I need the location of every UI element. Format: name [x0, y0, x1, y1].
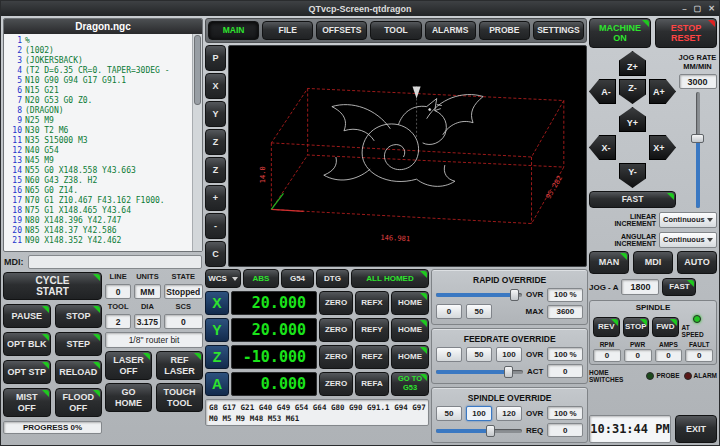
- step-button[interactable]: STEP: [55, 332, 103, 356]
- go-home-button[interactable]: GO HOME: [105, 383, 152, 412]
- mode-button[interactable]: MDI: [633, 251, 673, 274]
- jog-y-minus-button[interactable]: Y-: [619, 163, 646, 188]
- dtg-button[interactable]: DTG: [316, 269, 349, 288]
- jog-fast-button[interactable]: FAST: [589, 191, 676, 208]
- gcode-editor[interactable]: 1% 2(1002) 3(JOKERSBACK) 4(T2 D=6.35 CR=…: [4, 34, 192, 251]
- axis-home-button[interactable]: GO TO G53: [391, 372, 429, 396]
- axis-zero-button[interactable]: ZERO: [319, 291, 353, 315]
- gcode-preview-canvas[interactable]: 146.981 95.282 14.0: [228, 45, 587, 267]
- axis-select-button[interactable]: Y: [205, 318, 229, 342]
- gcode-line[interactable]: 11N35 S15000 M3: [5, 136, 191, 146]
- cycle-start-button[interactable]: CYCLE START: [3, 272, 102, 300]
- jog-z-minus-button[interactable]: Z-: [619, 79, 646, 104]
- axis-zero-button[interactable]: ZERO: [319, 372, 353, 396]
- optional-stop-button[interactable]: OPT STP: [3, 360, 51, 384]
- abs-button[interactable]: ABS: [243, 269, 279, 288]
- jog-rate-value[interactable]: 3000: [679, 74, 717, 89]
- jog-rate-slider[interactable]: [691, 92, 704, 208]
- tab-button[interactable]: OFFSETS: [316, 21, 367, 40]
- view-button[interactable]: P: [205, 45, 226, 71]
- mode-button[interactable]: AUTO: [677, 251, 717, 274]
- reload-button[interactable]: RELOAD: [55, 360, 103, 384]
- axis-ref-button[interactable]: REFX: [355, 291, 389, 315]
- view-button[interactable]: Y: [205, 101, 226, 127]
- axis-select-button[interactable]: X: [205, 291, 229, 315]
- mdi-input[interactable]: [28, 255, 203, 269]
- jog-x-plus-button[interactable]: X+: [649, 135, 676, 160]
- ref-laser-button[interactable]: REF LASER: [156, 351, 203, 380]
- gcode-line[interactable]: 5N10 G90 G94 G17 G91.1: [5, 76, 191, 86]
- gcode-line[interactable]: 13N45 M9: [5, 156, 191, 166]
- tab-button[interactable]: MAIN: [208, 21, 259, 40]
- angular-increment-select[interactable]: Continuous: [659, 232, 717, 248]
- linear-increment-select[interactable]: Continuous: [659, 212, 717, 228]
- gcode-line[interactable]: 3(JOKERSBACK): [5, 56, 191, 66]
- override-preset-button[interactable]: 50: [466, 347, 492, 362]
- gcode-line[interactable]: 16N65 G0 Z14.: [5, 186, 191, 196]
- override-preset-button[interactable]: 0: [436, 347, 462, 362]
- pause-button[interactable]: PAUSE: [3, 304, 51, 328]
- mist-button[interactable]: MIST OFF: [3, 388, 51, 417]
- override-preset-button[interactable]: 0: [436, 304, 462, 319]
- view-button[interactable]: Z: [205, 129, 226, 155]
- jog-a-plus-button[interactable]: A+: [649, 79, 676, 104]
- view-button[interactable]: -: [205, 213, 226, 239]
- gcode-line[interactable]: 8(DRAGON): [5, 106, 191, 116]
- estop-reset-button[interactable]: ESTOP RESET: [655, 18, 717, 48]
- tab-button[interactable]: SETTINGS: [533, 21, 584, 40]
- tab-button[interactable]: FILE: [262, 21, 313, 40]
- exit-button[interactable]: EXIT: [675, 415, 717, 443]
- gcode-line[interactable]: 20N85 X148.37 Y42.586: [5, 226, 191, 236]
- override-preset-button[interactable]: 120: [496, 406, 522, 421]
- view-button[interactable]: +: [205, 185, 226, 211]
- maximize-icon[interactable]: ▢: [694, 4, 702, 13]
- gcode-scrollbar[interactable]: [192, 34, 202, 251]
- jog-a-value[interactable]: 1800: [621, 279, 659, 295]
- jog-z-plus-button[interactable]: Z+: [619, 51, 646, 76]
- override-preset-button[interactable]: 100: [496, 347, 522, 362]
- gcode-line[interactable]: 12N40 G54: [5, 146, 191, 156]
- spindle-fwd-button[interactable]: FWD: [652, 317, 679, 337]
- axis-home-button[interactable]: HOME: [391, 318, 429, 342]
- wcs-dropdown[interactable]: WCS: [205, 269, 241, 288]
- gcode-line[interactable]: 9N25 M9: [5, 116, 191, 126]
- flood-button[interactable]: FLOOD OFF: [55, 388, 103, 417]
- spindle-stop-button[interactable]: STOP: [623, 317, 650, 337]
- axis-ref-button[interactable]: REFY: [355, 318, 389, 342]
- gcode-line[interactable]: 19N80 X148.396 Y42.747: [5, 216, 191, 226]
- axis-zero-button[interactable]: ZERO: [319, 318, 353, 342]
- stop-button[interactable]: STOP: [55, 304, 103, 328]
- gcode-line[interactable]: 14N55 G0 X148.558 Y43.663: [5, 166, 191, 176]
- scrollbar-thumb[interactable]: [194, 35, 201, 105]
- gcode-line[interactable]: 15N60 G43 Z38. H2: [5, 176, 191, 186]
- jog-a-fast-button[interactable]: FAST: [662, 278, 696, 296]
- laser-toggle-button[interactable]: LASER OFF: [105, 351, 152, 380]
- view-button[interactable]: X: [205, 73, 226, 99]
- gcode-line[interactable]: 17N70 G1 Z10.467 F43.162 F1000.: [5, 196, 191, 206]
- spindle-rev-button[interactable]: REV: [593, 317, 620, 337]
- gcode-line[interactable]: 4(T2 D=6.35 CR=0. TAPER=30DEG -: [5, 66, 191, 76]
- mode-button[interactable]: MAN: [589, 251, 629, 274]
- optional-block-button[interactable]: OPT BLK: [3, 332, 51, 356]
- axis-select-button[interactable]: Z: [205, 345, 229, 369]
- axis-ref-button[interactable]: REFZ: [355, 345, 389, 369]
- jog-x-minus-button[interactable]: X-: [589, 135, 616, 160]
- view-button[interactable]: Z: [205, 157, 226, 183]
- tab-button[interactable]: TOOL: [370, 21, 421, 40]
- feedrate-override-slider[interactable]: [436, 365, 523, 378]
- gcode-line[interactable]: 2(1002): [5, 46, 191, 56]
- title-bar[interactable]: QTvcp-Screen-qtdragon – ▢ ✕: [1, 1, 719, 16]
- axis-select-button[interactable]: A: [205, 372, 229, 396]
- minimize-icon[interactable]: –: [682, 4, 686, 13]
- rapid-override-slider[interactable]: [436, 288, 522, 301]
- all-homed-button[interactable]: ALL HOMED: [351, 269, 429, 288]
- axis-ref-button[interactable]: REFA: [355, 372, 389, 396]
- override-preset-button[interactable]: 50: [466, 304, 492, 319]
- spindle-override-slider[interactable]: [436, 424, 522, 437]
- gcode-line[interactable]: 6N15 G21: [5, 86, 191, 96]
- override-preset-button[interactable]: 100: [466, 406, 492, 421]
- gcode-line[interactable]: 7N20 G53 G0 Z0.: [5, 96, 191, 106]
- gcode-line[interactable]: 10N30 T2 M6: [5, 126, 191, 136]
- g54-button[interactable]: G54: [281, 269, 314, 288]
- tab-button[interactable]: PROBE: [479, 21, 530, 40]
